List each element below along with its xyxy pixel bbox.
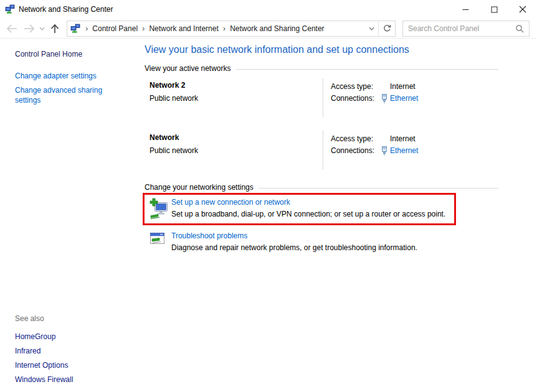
see-also-infrared[interactable]: Infrared xyxy=(15,344,73,358)
title-bar: Network and Sharing Center xyxy=(0,0,537,19)
address-dropdown-icon[interactable] xyxy=(364,22,378,35)
highlight-box-setup-new-connection: Set up a new connection or network Set u… xyxy=(143,193,456,225)
network-name: Network 2 xyxy=(150,81,323,90)
network-row: Network Public network Access type: Inte… xyxy=(145,131,498,169)
network-row: Network 2 Public network Access type: In… xyxy=(145,78,498,117)
networking-settings-header: Change your networking settings xyxy=(145,183,498,192)
sidebar-item-control-panel-home[interactable]: Control Panel Home xyxy=(15,50,121,58)
see-also-header: See also xyxy=(15,314,73,323)
sidebar-item-change-advanced-sharing-settings[interactable]: Change advanced sharing settings xyxy=(15,85,108,105)
ethernet-link[interactable]: Ethernet xyxy=(390,93,418,105)
search-icon[interactable] xyxy=(515,24,524,33)
active-networks-header-label: View your active networks xyxy=(145,64,231,73)
section-rule xyxy=(259,188,498,189)
ethernet-icon xyxy=(381,146,388,156)
up-button[interactable] xyxy=(46,21,63,37)
address-bar[interactable]: › Control Panel › Network and Internet ›… xyxy=(67,21,396,37)
ethernet-link[interactable]: Ethernet xyxy=(390,145,418,157)
recent-pages-dropdown-icon[interactable] xyxy=(37,21,46,37)
sidebar: Control Panel Home Change adapter settin… xyxy=(0,39,134,392)
address-location-icon[interactable] xyxy=(70,24,80,34)
page-title: View your basic network information and … xyxy=(145,44,498,55)
see-also-internet-options[interactable]: Internet Options xyxy=(15,358,73,373)
troubleshoot-problems-link[interactable]: Troubleshoot problems xyxy=(171,231,417,240)
network-identity: Network 2 Public network xyxy=(145,78,323,117)
section-rule xyxy=(236,69,498,70)
troubleshoot-problems-description: Diagnose and repair network problems, or… xyxy=(171,243,417,252)
see-also-section: See also HomeGroup Infrared Internet Opt… xyxy=(15,314,73,387)
network-identity: Network Public network xyxy=(145,131,323,169)
access-type-label: Access type: xyxy=(331,81,381,93)
window-body: Control Panel Home Change adapter settin… xyxy=(0,39,537,392)
forward-button[interactable] xyxy=(21,21,37,37)
network-details: Access type: Internet Connections: Ether… xyxy=(323,78,498,117)
breadcrumb-network-and-internet[interactable]: Network and Internet xyxy=(148,24,219,33)
search-input[interactable] xyxy=(403,24,513,33)
network-profile: Public network xyxy=(150,146,323,155)
breadcrumb-separator: › xyxy=(220,22,229,35)
network-profile: Public network xyxy=(150,94,323,103)
window-controls xyxy=(451,0,537,19)
access-type-value: Internet xyxy=(390,81,416,93)
search-box xyxy=(402,21,530,37)
address-toolbar: › Control Panel › Network and Internet ›… xyxy=(0,19,537,39)
connections-label: Connections: xyxy=(331,93,381,105)
back-button[interactable] xyxy=(4,21,21,37)
setting-text: Set up a new connection or network Set u… xyxy=(171,198,445,220)
active-networks-header: View your active networks xyxy=(145,64,498,73)
sidebar-item-change-adapter-settings[interactable]: Change adapter settings xyxy=(15,71,108,81)
network-sharing-center-window: Network and Sharing Center xyxy=(0,0,537,392)
access-type-value: Internet xyxy=(390,133,416,145)
network-details: Access type: Internet Connections: Ether… xyxy=(323,131,498,169)
setup-new-connection-description: Set up a broadband, dial-up, or VPN conn… xyxy=(171,210,445,218)
setting-text: Troubleshoot problems Diagnose and repai… xyxy=(171,231,417,252)
troubleshoot-icon xyxy=(150,231,168,252)
active-networks-list: Network 2 Public network Access type: In… xyxy=(145,78,498,169)
breadcrumb-network-sharing-center[interactable]: Network and Sharing Center xyxy=(229,24,325,33)
network-name: Network xyxy=(150,133,323,142)
minimize-button[interactable] xyxy=(451,0,480,19)
breadcrumb-separator: › xyxy=(139,22,148,35)
ethernet-icon xyxy=(381,94,388,103)
access-type-label: Access type: xyxy=(331,133,381,145)
main-content: View your basic network information and … xyxy=(134,39,537,392)
setup-new-connection-link[interactable]: Set up a new connection or network xyxy=(171,198,445,207)
refresh-icon[interactable] xyxy=(378,22,395,35)
maximize-button[interactable] xyxy=(480,0,508,19)
setup-connection-icon xyxy=(150,198,168,220)
troubleshoot-setting: Troubleshoot problems Diagnose and repai… xyxy=(145,230,498,252)
networking-settings-header-label: Change your networking settings xyxy=(145,183,254,192)
breadcrumb-separator: › xyxy=(82,22,91,35)
see-also-windows-firewall[interactable]: Windows Firewall xyxy=(15,373,73,387)
breadcrumb-control-panel[interactable]: Control Panel xyxy=(91,24,139,33)
see-also-homegroup[interactable]: HomeGroup xyxy=(15,330,73,344)
close-button[interactable] xyxy=(508,0,537,19)
connections-label: Connections: xyxy=(331,145,381,157)
app-icon xyxy=(5,4,15,14)
settings-list: Set up a new connection or network Set u… xyxy=(145,193,498,252)
window-title: Network and Sharing Center xyxy=(19,5,113,14)
